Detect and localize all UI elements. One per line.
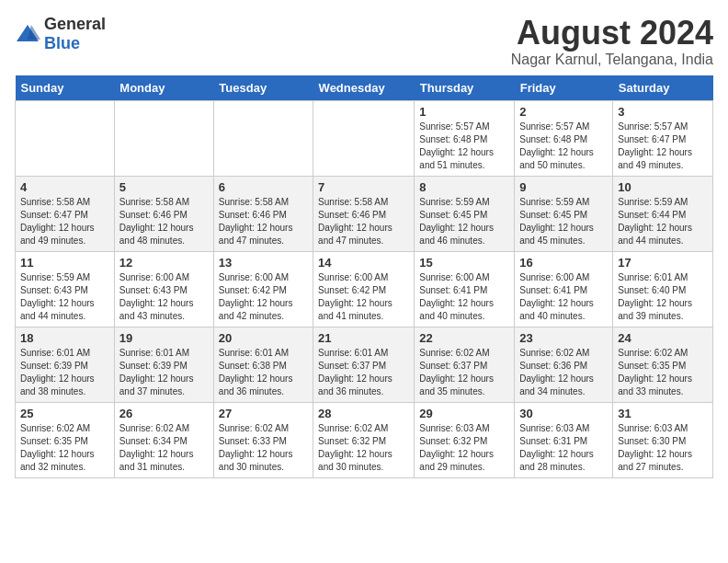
calendar-cell: 26Sunrise: 6:02 AM Sunset: 6:34 PM Dayli…	[114, 402, 213, 477]
day-number: 19	[119, 331, 209, 345]
logo-icon	[15, 21, 40, 47]
day-info: Sunrise: 6:01 AM Sunset: 6:40 PM Dayligh…	[618, 271, 708, 323]
day-info: Sunrise: 6:01 AM Sunset: 6:37 PM Dayligh…	[318, 347, 409, 398]
day-number: 5	[119, 180, 209, 194]
day-info: Sunrise: 5:59 AM Sunset: 6:43 PM Dayligh…	[20, 271, 109, 323]
calendar-header-wednesday: Wednesday	[313, 75, 415, 101]
day-info: Sunrise: 5:58 AM Sunset: 6:46 PM Dayligh…	[318, 196, 409, 247]
calendar-cell: 20Sunrise: 6:01 AM Sunset: 6:38 PM Dayli…	[213, 327, 313, 402]
calendar-cell: 27Sunrise: 6:02 AM Sunset: 6:33 PM Dayli…	[213, 402, 313, 477]
calendar-header-friday: Friday	[515, 75, 613, 101]
day-info: Sunrise: 5:58 AM Sunset: 6:47 PM Dayligh…	[20, 196, 109, 247]
calendar-cell: 6Sunrise: 5:58 AM Sunset: 6:46 PM Daylig…	[213, 176, 313, 251]
day-number: 23	[519, 331, 608, 345]
calendar-cell: 14Sunrise: 6:00 AM Sunset: 6:42 PM Dayli…	[313, 251, 415, 327]
calendar-cell: 28Sunrise: 6:02 AM Sunset: 6:32 PM Dayli…	[313, 402, 415, 477]
day-info: Sunrise: 6:02 AM Sunset: 6:35 PM Dayligh…	[618, 347, 708, 398]
day-number: 21	[318, 331, 409, 345]
day-info: Sunrise: 5:57 AM Sunset: 6:48 PM Dayligh…	[519, 121, 608, 172]
calendar-cell: 8Sunrise: 5:59 AM Sunset: 6:45 PM Daylig…	[415, 176, 515, 251]
day-number: 1	[419, 105, 509, 119]
day-info: Sunrise: 6:00 AM Sunset: 6:42 PM Dayligh…	[219, 271, 308, 323]
calendar-header-tuesday: Tuesday	[213, 75, 313, 101]
day-info: Sunrise: 5:57 AM Sunset: 6:48 PM Dayligh…	[419, 121, 509, 172]
day-info: Sunrise: 6:00 AM Sunset: 6:41 PM Dayligh…	[419, 271, 509, 323]
day-info: Sunrise: 6:02 AM Sunset: 6:36 PM Dayligh…	[519, 347, 608, 398]
calendar-cell: 1Sunrise: 5:57 AM Sunset: 6:48 PM Daylig…	[415, 100, 515, 176]
day-number: 22	[419, 331, 509, 345]
day-info: Sunrise: 5:59 AM Sunset: 6:44 PM Dayligh…	[618, 196, 708, 247]
calendar-cell: 25Sunrise: 6:02 AM Sunset: 6:35 PM Dayli…	[16, 402, 115, 477]
calendar-cell: 15Sunrise: 6:00 AM Sunset: 6:41 PM Dayli…	[415, 251, 515, 327]
day-info: Sunrise: 5:58 AM Sunset: 6:46 PM Dayligh…	[219, 196, 308, 247]
day-info: Sunrise: 6:01 AM Sunset: 6:38 PM Dayligh…	[219, 347, 308, 398]
day-info: Sunrise: 6:02 AM Sunset: 6:33 PM Dayligh…	[219, 422, 308, 474]
calendar-header-saturday: Saturday	[613, 75, 713, 101]
day-info: Sunrise: 6:03 AM Sunset: 6:31 PM Dayligh…	[519, 422, 608, 474]
logo-general: General	[44, 15, 106, 33]
main-title: August 2024	[511, 15, 713, 52]
calendar-cell: 19Sunrise: 6:01 AM Sunset: 6:39 PM Dayli…	[114, 327, 213, 402]
calendar-cell: 9Sunrise: 5:59 AM Sunset: 6:45 PM Daylig…	[515, 176, 613, 251]
day-info: Sunrise: 6:02 AM Sunset: 6:35 PM Dayligh…	[20, 422, 109, 474]
day-number: 6	[219, 180, 308, 194]
day-info: Sunrise: 6:03 AM Sunset: 6:32 PM Dayligh…	[419, 422, 509, 474]
day-info: Sunrise: 5:59 AM Sunset: 6:45 PM Dayligh…	[519, 196, 608, 247]
day-number: 15	[419, 256, 509, 270]
calendar-cell: 2Sunrise: 5:57 AM Sunset: 6:48 PM Daylig…	[515, 100, 613, 176]
calendar-cell: 11Sunrise: 5:59 AM Sunset: 6:43 PM Dayli…	[16, 251, 115, 327]
day-info: Sunrise: 6:00 AM Sunset: 6:42 PM Dayligh…	[318, 271, 409, 323]
day-number: 3	[618, 105, 708, 119]
calendar-cell: 5Sunrise: 5:58 AM Sunset: 6:46 PM Daylig…	[114, 176, 213, 251]
calendar-week-row: 18Sunrise: 6:01 AM Sunset: 6:39 PM Dayli…	[16, 327, 713, 402]
day-info: Sunrise: 6:03 AM Sunset: 6:30 PM Dayligh…	[618, 422, 708, 474]
day-number: 18	[20, 331, 109, 345]
calendar-cell: 7Sunrise: 5:58 AM Sunset: 6:46 PM Daylig…	[313, 176, 415, 251]
day-info: Sunrise: 6:00 AM Sunset: 6:41 PM Dayligh…	[519, 271, 608, 323]
calendar-cell: 31Sunrise: 6:03 AM Sunset: 6:30 PM Dayli…	[613, 402, 713, 477]
calendar-body: 1Sunrise: 5:57 AM Sunset: 6:48 PM Daylig…	[16, 100, 713, 477]
day-number: 30	[519, 407, 608, 420]
day-number: 12	[119, 256, 209, 270]
day-info: Sunrise: 5:58 AM Sunset: 6:46 PM Dayligh…	[119, 196, 209, 247]
day-number: 9	[519, 180, 608, 194]
day-number: 13	[219, 256, 308, 270]
calendar-cell: 17Sunrise: 6:01 AM Sunset: 6:40 PM Dayli…	[613, 251, 713, 327]
calendar-table: SundayMondayTuesdayWednesdayThursdayFrid…	[15, 75, 713, 478]
calendar-cell: 22Sunrise: 6:02 AM Sunset: 6:37 PM Dayli…	[415, 327, 515, 402]
day-number: 25	[20, 407, 109, 420]
day-number: 20	[219, 331, 308, 345]
calendar-header-row: SundayMondayTuesdayWednesdayThursdayFrid…	[16, 75, 713, 101]
day-info: Sunrise: 6:01 AM Sunset: 6:39 PM Dayligh…	[119, 347, 209, 398]
calendar-header-thursday: Thursday	[415, 75, 515, 101]
page-header: General Blue August 2024 Nagar Karnul, T…	[15, 15, 713, 68]
day-info: Sunrise: 6:01 AM Sunset: 6:39 PM Dayligh…	[20, 347, 109, 398]
calendar-cell	[114, 100, 213, 176]
calendar-cell: 12Sunrise: 6:00 AM Sunset: 6:43 PM Dayli…	[114, 251, 213, 327]
day-number: 31	[618, 407, 708, 420]
day-number: 14	[318, 256, 409, 270]
subtitle: Nagar Karnul, Telangana, India	[511, 52, 713, 68]
day-info: Sunrise: 5:59 AM Sunset: 6:45 PM Dayligh…	[419, 196, 509, 247]
day-number: 28	[318, 407, 409, 420]
title-area: August 2024 Nagar Karnul, Telangana, Ind…	[511, 15, 713, 68]
day-number: 8	[419, 180, 509, 194]
svg-marker-1	[28, 25, 40, 40]
day-number: 7	[318, 180, 409, 194]
calendar-cell: 23Sunrise: 6:02 AM Sunset: 6:36 PM Dayli…	[515, 327, 613, 402]
calendar-cell: 3Sunrise: 5:57 AM Sunset: 6:47 PM Daylig…	[613, 100, 713, 176]
day-number: 17	[618, 256, 708, 270]
day-number: 24	[618, 331, 708, 345]
calendar-week-row: 25Sunrise: 6:02 AM Sunset: 6:35 PM Dayli…	[16, 402, 713, 477]
calendar-cell: 16Sunrise: 6:00 AM Sunset: 6:41 PM Dayli…	[515, 251, 613, 327]
day-number: 2	[519, 105, 608, 119]
calendar-cell: 10Sunrise: 5:59 AM Sunset: 6:44 PM Dayli…	[613, 176, 713, 251]
calendar-cell: 18Sunrise: 6:01 AM Sunset: 6:39 PM Dayli…	[16, 327, 115, 402]
day-info: Sunrise: 6:02 AM Sunset: 6:32 PM Dayligh…	[318, 422, 409, 474]
logo: General Blue	[15, 15, 106, 53]
calendar-cell: 13Sunrise: 6:00 AM Sunset: 6:42 PM Dayli…	[213, 251, 313, 327]
calendar-cell: 30Sunrise: 6:03 AM Sunset: 6:31 PM Dayli…	[515, 402, 613, 477]
calendar-header-sunday: Sunday	[16, 75, 115, 101]
day-number: 29	[419, 407, 509, 420]
calendar-cell: 29Sunrise: 6:03 AM Sunset: 6:32 PM Dayli…	[415, 402, 515, 477]
